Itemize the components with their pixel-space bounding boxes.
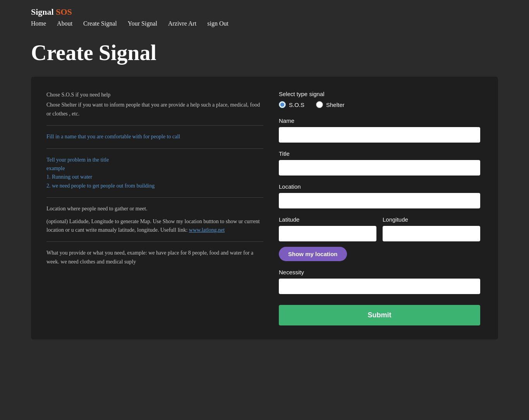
desc-block-necessity: What you provide or what you need, examp… [46, 249, 263, 273]
latlong-link[interactable]: www.latlong.net [189, 227, 225, 233]
title-input[interactable] [279, 160, 480, 176]
signal-type-section: Select type signal S.O.S Shelter [279, 91, 480, 108]
sos-radio[interactable] [279, 101, 286, 108]
desc-name-text: Fill in a name that you are comfortable … [46, 133, 263, 141]
desc-sos-text: Chose S.O.S if you need help [46, 91, 263, 99]
latitude-field-group: Latitude [279, 216, 376, 241]
desc-block-title: Tell your problem in the title example 1… [46, 156, 263, 198]
desc-title-line1: Tell your problem in the title [46, 156, 263, 164]
nav-arzivre-art[interactable]: Arzivre Art [168, 20, 196, 27]
location-field-group: Location [279, 183, 480, 208]
nav-home[interactable]: Home [31, 20, 46, 27]
nav-your-signal[interactable]: Your Signal [128, 20, 157, 27]
latitude-label: Latitude [279, 216, 376, 223]
desc-location-text2: (optional) Latidude, Longitude to genera… [46, 217, 263, 235]
title-label: Title [279, 150, 480, 157]
title-field-group: Title [279, 150, 480, 176]
main-nav: Home About Create Signal Your Signal Arz… [31, 20, 498, 27]
header: Signal SOS Home About Create Signal Your… [0, 0, 529, 31]
shelter-radio-option[interactable]: Shelter [316, 101, 345, 108]
nav-sign-out[interactable]: sign Out [207, 20, 228, 27]
form-container: Chose S.O.S if you need help Chose Shelt… [31, 77, 498, 339]
necessity-input[interactable] [279, 279, 480, 294]
right-column: Select type signal S.O.S Shelter Name Ti… [279, 91, 480, 325]
desc-necessity-text: What you provide or what you need, examp… [46, 249, 263, 266]
desc-title-line3: 1. Running out water [46, 173, 263, 181]
nav-create-signal[interactable]: Create Signal [83, 20, 117, 27]
latitude-input[interactable] [279, 226, 376, 241]
desc-block-signal-type: Chose S.O.S if you need help Chose Shelt… [46, 91, 263, 126]
signal-type-label: Select type signal [279, 91, 480, 97]
desc-shelter-text: Chose Shelter if you want to inform peop… [46, 101, 263, 118]
desc-title-line4: 2. we need people to get people out from… [46, 182, 263, 190]
desc-location-text1: Location where people need to gather or … [46, 205, 263, 213]
desc-title-line2: example [46, 164, 263, 173]
sos-label: S.O.S [289, 102, 304, 108]
signal-type-radio-group: S.O.S Shelter [279, 101, 480, 108]
shelter-label: Shelter [326, 102, 345, 108]
left-column: Chose S.O.S if you need help Chose Shelt… [46, 91, 263, 325]
name-label: Name [279, 117, 480, 124]
name-field-group: Name [279, 117, 480, 143]
location-label: Location [279, 183, 480, 190]
submit-button[interactable]: Submit [279, 305, 480, 325]
longitude-field-group: Longitude [383, 216, 480, 241]
page-title: Create Signal [0, 31, 529, 77]
logo: Signal SOS [31, 7, 498, 17]
longitude-input[interactable] [383, 226, 480, 241]
necessity-label: Necessity [279, 269, 480, 275]
logo-signal: Signal [31, 7, 54, 17]
lat-lng-row: Latitude Longitude [279, 216, 480, 241]
desc-block-location: Location where people need to gather or … [46, 205, 263, 242]
desc-block-name: Fill in a name that you are comfortable … [46, 133, 263, 148]
logo-sos: SOS [56, 7, 72, 17]
location-input[interactable] [279, 193, 480, 208]
name-input[interactable] [279, 127, 480, 143]
show-location-button[interactable]: Show my location [279, 247, 347, 261]
sos-radio-option[interactable]: S.O.S [279, 101, 304, 108]
nav-about[interactable]: About [57, 20, 72, 27]
necessity-field-group: Necessity [279, 269, 480, 294]
shelter-radio[interactable] [316, 101, 323, 108]
longitude-label: Longitude [383, 216, 480, 223]
